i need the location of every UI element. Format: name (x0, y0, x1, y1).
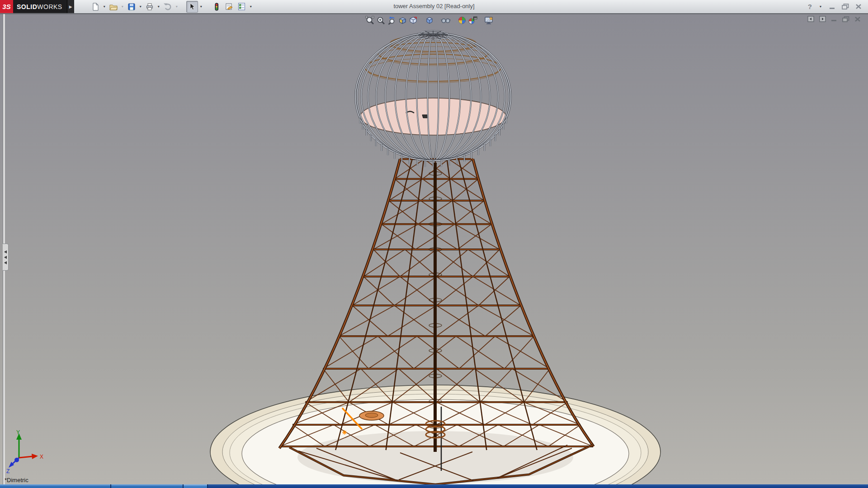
os-taskbar[interactable] (0, 484, 868, 488)
file-properties-icon (225, 2, 233, 11)
title-bar: 3S SOLIDWORKS ▶ ▾ ▾ ▾ (0, 0, 868, 14)
select-dropdown[interactable]: ▾ (199, 5, 203, 9)
new-document-button[interactable] (90, 1, 101, 13)
section-view-button[interactable] (397, 15, 408, 25)
hide-show-items-button[interactable] (440, 15, 451, 25)
save-button[interactable] (126, 1, 137, 13)
document-window-controls (807, 16, 861, 22)
view-orientation-label: *Dimetric (5, 477, 28, 483)
collapse-arrow-icon (4, 261, 7, 264)
solidworks-logo: 3S SOLIDWORKS (0, 0, 67, 13)
close-icon[interactable] (854, 16, 861, 22)
zoom-to-fit-icon (365, 16, 374, 25)
apply-scene-icon (468, 16, 478, 25)
file-properties-button[interactable] (223, 1, 235, 13)
triad-z-label: Z (6, 468, 9, 474)
print-dropdown[interactable]: ▾ (156, 5, 161, 9)
restore-icon[interactable] (842, 16, 849, 22)
previous-view-button[interactable] (386, 15, 397, 25)
help-icon[interactable]: ? (808, 3, 812, 10)
rebuild-icon (212, 3, 221, 11)
section-view-icon (398, 16, 407, 25)
edit-appearance-icon (458, 16, 467, 25)
options-button[interactable] (236, 1, 248, 13)
view-settings-button[interactable] (484, 15, 495, 25)
feature-tree-collapse-tab[interactable] (3, 244, 9, 271)
save-icon (127, 3, 136, 11)
collapse-arrow-icon (4, 250, 7, 253)
title-controls: ? ▾ (808, 3, 868, 10)
dassault-logo-icon: 3S (0, 0, 13, 13)
collapse-arrow-icon (4, 256, 7, 259)
taskbar-button[interactable] (0, 484, 111, 488)
taskbar-button[interactable] (111, 484, 184, 488)
headsup-view-toolbar (364, 15, 495, 25)
brand-text: SOLIDWORKS (17, 3, 62, 10)
view-orientation-button[interactable] (408, 15, 419, 25)
menu-flyout-button[interactable]: ▶ (67, 0, 74, 13)
view-settings-icon (484, 16, 494, 25)
open-icon (109, 3, 118, 11)
print-icon (146, 3, 154, 11)
collapse-left-pane-icon[interactable] (807, 16, 814, 22)
undo-icon (164, 3, 172, 11)
triad-y-label: Y (16, 430, 20, 436)
taskbar-area[interactable] (208, 484, 868, 488)
new-document-icon (91, 3, 99, 11)
dome-platform-disc[interactable] (360, 98, 506, 135)
select-icon (188, 3, 196, 11)
open-button[interactable] (108, 1, 119, 13)
select-button[interactable] (186, 1, 198, 13)
previous-view-icon (387, 16, 396, 25)
undo-dropdown[interactable]: ▾ (175, 5, 179, 9)
undo-button[interactable] (162, 1, 174, 13)
collapse-right-pane-icon[interactable] (819, 16, 826, 22)
close-icon[interactable] (855, 4, 862, 9)
hide-show-items-icon (441, 16, 451, 25)
options-icon (237, 2, 246, 11)
model-scene[interactable] (0, 14, 868, 484)
graphics-area[interactable]: Y X Z *Dimetric (0, 14, 868, 484)
reference-triad: Y X Z (3, 430, 48, 477)
view-orientation-icon (409, 16, 418, 25)
standard-toolbar: ▾ ▾ ▾ ▾ ▾ (90, 1, 253, 13)
options-dropdown[interactable]: ▾ (249, 5, 253, 9)
edit-appearance-button[interactable] (457, 15, 467, 25)
solidworks-window: 3S SOLIDWORKS ▶ ▾ ▾ ▾ (0, 0, 868, 488)
minimize-icon[interactable] (831, 16, 837, 22)
display-style-icon (425, 16, 434, 25)
apply-scene-button[interactable] (467, 15, 478, 25)
print-button[interactable] (144, 1, 156, 13)
rebuild-button[interactable] (211, 1, 222, 13)
minimize-icon[interactable] (829, 4, 835, 9)
restore-icon[interactable] (842, 4, 849, 9)
taskbar-button[interactable] (184, 484, 208, 488)
central-shaft (434, 163, 437, 452)
display-style-button[interactable] (424, 15, 435, 25)
zoom-to-area-icon (376, 16, 385, 25)
open-dropdown[interactable]: ▾ (120, 5, 125, 9)
new-dropdown[interactable]: ▾ (102, 5, 107, 9)
zoom-to-area-button[interactable] (375, 15, 386, 25)
help-dropdown[interactable]: ▾ (818, 5, 823, 9)
save-dropdown[interactable]: ▾ (138, 5, 143, 9)
triad-x-label: X (40, 454, 43, 460)
zoom-to-fit-button[interactable] (364, 15, 375, 25)
